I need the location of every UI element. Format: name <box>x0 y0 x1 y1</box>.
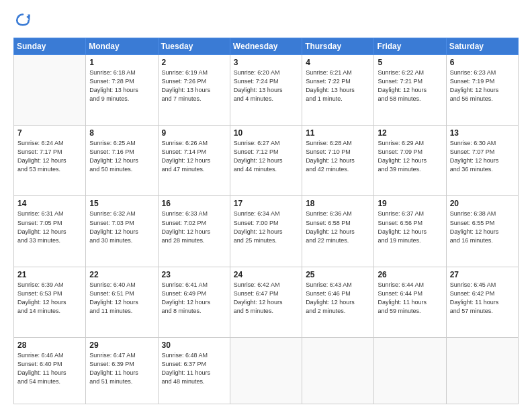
day-number: 19 <box>378 199 442 208</box>
calendar-cell: 4Sunrise: 6:21 AM Sunset: 7:22 PM Daylig… <box>302 55 374 126</box>
calendar-cell <box>302 337 374 404</box>
weekday-header: Wednesday <box>230 38 302 55</box>
day-info: Sunrise: 6:25 AM Sunset: 7:16 PM Dayligh… <box>89 139 154 174</box>
calendar-cell <box>374 337 446 404</box>
calendar-week-row: 28Sunrise: 6:46 AM Sunset: 6:40 PM Dayli… <box>14 337 519 404</box>
day-number: 9 <box>162 128 226 138</box>
calendar-cell: 24Sunrise: 6:42 AM Sunset: 6:47 PM Dayli… <box>230 267 302 337</box>
day-info: Sunrise: 6:48 AM Sunset: 6:37 PM Dayligh… <box>162 351 226 386</box>
calendar-cell: 29Sunrise: 6:47 AM Sunset: 6:39 PM Dayli… <box>86 337 158 404</box>
day-number: 15 <box>89 199 154 208</box>
day-info: Sunrise: 6:26 AM Sunset: 7:14 PM Dayligh… <box>162 139 226 174</box>
calendar-cell: 30Sunrise: 6:48 AM Sunset: 6:37 PM Dayli… <box>158 337 230 404</box>
calendar-week-row: 7Sunrise: 6:24 AM Sunset: 7:17 PM Daylig… <box>14 126 519 196</box>
day-number: 10 <box>234 128 298 138</box>
day-number: 20 <box>450 199 515 208</box>
weekday-header: Monday <box>86 38 158 55</box>
calendar-cell <box>14 55 86 126</box>
day-info: Sunrise: 6:44 AM Sunset: 6:44 PM Dayligh… <box>378 281 442 316</box>
day-info: Sunrise: 6:41 AM Sunset: 6:49 PM Dayligh… <box>162 281 226 316</box>
calendar-week-row: 21Sunrise: 6:39 AM Sunset: 6:53 PM Dayli… <box>14 267 519 337</box>
calendar-cell: 14Sunrise: 6:31 AM Sunset: 7:05 PM Dayli… <box>14 196 86 267</box>
day-number: 11 <box>306 128 370 138</box>
calendar-cell: 3Sunrise: 6:20 AM Sunset: 7:24 PM Daylig… <box>230 55 302 126</box>
calendar-week-row: 1Sunrise: 6:18 AM Sunset: 7:28 PM Daylig… <box>14 55 519 126</box>
calendar-cell: 6Sunrise: 6:23 AM Sunset: 7:19 PM Daylig… <box>446 55 518 126</box>
calendar-cell: 25Sunrise: 6:43 AM Sunset: 6:46 PM Dayli… <box>302 267 374 337</box>
day-number: 23 <box>162 270 226 279</box>
day-number: 17 <box>234 199 298 208</box>
calendar-cell: 17Sunrise: 6:34 AM Sunset: 7:00 PM Dayli… <box>230 196 302 267</box>
day-number: 27 <box>450 270 515 279</box>
day-info: Sunrise: 6:30 AM Sunset: 7:07 PM Dayligh… <box>450 139 515 174</box>
day-info: Sunrise: 6:33 AM Sunset: 7:02 PM Dayligh… <box>162 210 226 244</box>
calendar-cell: 10Sunrise: 6:27 AM Sunset: 7:12 PM Dayli… <box>230 126 302 196</box>
day-info: Sunrise: 6:45 AM Sunset: 6:42 PM Dayligh… <box>450 281 515 316</box>
day-info: Sunrise: 6:22 AM Sunset: 7:21 PM Dayligh… <box>378 68 442 103</box>
day-number: 8 <box>89 128 154 138</box>
day-info: Sunrise: 6:27 AM Sunset: 7:12 PM Dayligh… <box>234 139 298 174</box>
day-number: 26 <box>378 270 442 279</box>
day-number: 28 <box>17 340 82 350</box>
day-info: Sunrise: 6:19 AM Sunset: 7:26 PM Dayligh… <box>162 68 226 103</box>
day-number: 21 <box>17 270 82 279</box>
logo <box>13 12 35 31</box>
day-number: 6 <box>450 58 515 67</box>
calendar-cell: 20Sunrise: 6:38 AM Sunset: 6:55 PM Dayli… <box>446 196 518 267</box>
calendar-cell: 23Sunrise: 6:41 AM Sunset: 6:49 PM Dayli… <box>158 267 230 337</box>
day-number: 14 <box>17 199 82 208</box>
day-info: Sunrise: 6:40 AM Sunset: 6:51 PM Dayligh… <box>89 281 154 316</box>
calendar-cell: 19Sunrise: 6:37 AM Sunset: 6:56 PM Dayli… <box>374 196 446 267</box>
day-number: 25 <box>306 270 370 279</box>
logo-icon <box>13 12 32 31</box>
calendar-cell <box>230 337 302 404</box>
day-info: Sunrise: 6:18 AM Sunset: 7:28 PM Dayligh… <box>89 68 154 103</box>
calendar-cell: 27Sunrise: 6:45 AM Sunset: 6:42 PM Dayli… <box>446 267 518 337</box>
header <box>13 12 519 31</box>
calendar-week-row: 14Sunrise: 6:31 AM Sunset: 7:05 PM Dayli… <box>14 196 519 267</box>
day-info: Sunrise: 6:31 AM Sunset: 7:05 PM Dayligh… <box>17 210 82 244</box>
day-number: 1 <box>89 58 154 67</box>
day-info: Sunrise: 6:20 AM Sunset: 7:24 PM Dayligh… <box>234 68 298 103</box>
day-info: Sunrise: 6:23 AM Sunset: 7:19 PM Dayligh… <box>450 68 515 103</box>
day-info: Sunrise: 6:21 AM Sunset: 7:22 PM Dayligh… <box>306 68 370 103</box>
calendar-cell: 5Sunrise: 6:22 AM Sunset: 7:21 PM Daylig… <box>374 55 446 126</box>
weekday-header-row: SundayMondayTuesdayWednesdayThursdayFrid… <box>14 38 519 55</box>
day-info: Sunrise: 6:32 AM Sunset: 7:03 PM Dayligh… <box>89 210 154 244</box>
day-info: Sunrise: 6:43 AM Sunset: 6:46 PM Dayligh… <box>306 281 370 316</box>
weekday-header: Thursday <box>302 38 374 55</box>
weekday-header: Saturday <box>446 38 518 55</box>
day-number: 7 <box>17 128 82 138</box>
calendar-cell: 9Sunrise: 6:26 AM Sunset: 7:14 PM Daylig… <box>158 126 230 196</box>
calendar-cell: 8Sunrise: 6:25 AM Sunset: 7:16 PM Daylig… <box>86 126 158 196</box>
weekday-header: Tuesday <box>158 38 230 55</box>
calendar-cell: 7Sunrise: 6:24 AM Sunset: 7:17 PM Daylig… <box>14 126 86 196</box>
day-number: 3 <box>234 58 298 67</box>
day-number: 4 <box>306 58 370 67</box>
day-info: Sunrise: 6:24 AM Sunset: 7:17 PM Dayligh… <box>17 139 82 174</box>
day-number: 29 <box>89 340 154 350</box>
calendar-cell: 2Sunrise: 6:19 AM Sunset: 7:26 PM Daylig… <box>158 55 230 126</box>
day-number: 30 <box>162 340 226 350</box>
calendar-cell: 12Sunrise: 6:29 AM Sunset: 7:09 PM Dayli… <box>374 126 446 196</box>
calendar-cell: 21Sunrise: 6:39 AM Sunset: 6:53 PM Dayli… <box>14 267 86 337</box>
day-number: 5 <box>378 58 442 67</box>
calendar-cell: 28Sunrise: 6:46 AM Sunset: 6:40 PM Dayli… <box>14 337 86 404</box>
day-info: Sunrise: 6:36 AM Sunset: 6:58 PM Dayligh… <box>306 210 370 244</box>
calendar-cell: 22Sunrise: 6:40 AM Sunset: 6:51 PM Dayli… <box>86 267 158 337</box>
weekday-header: Sunday <box>14 38 86 55</box>
day-number: 12 <box>378 128 442 138</box>
day-info: Sunrise: 6:47 AM Sunset: 6:39 PM Dayligh… <box>89 351 154 386</box>
day-info: Sunrise: 6:38 AM Sunset: 6:55 PM Dayligh… <box>450 210 515 244</box>
day-info: Sunrise: 6:29 AM Sunset: 7:09 PM Dayligh… <box>378 139 442 174</box>
day-info: Sunrise: 6:34 AM Sunset: 7:00 PM Dayligh… <box>234 210 298 244</box>
day-info: Sunrise: 6:42 AM Sunset: 6:47 PM Dayligh… <box>234 281 298 316</box>
day-info: Sunrise: 6:28 AM Sunset: 7:10 PM Dayligh… <box>306 139 370 174</box>
calendar-cell: 16Sunrise: 6:33 AM Sunset: 7:02 PM Dayli… <box>158 196 230 267</box>
calendar-cell <box>446 337 518 404</box>
day-info: Sunrise: 6:37 AM Sunset: 6:56 PM Dayligh… <box>378 210 442 244</box>
day-number: 24 <box>234 270 298 279</box>
weekday-header: Friday <box>374 38 446 55</box>
day-number: 16 <box>162 199 226 208</box>
calendar-cell: 15Sunrise: 6:32 AM Sunset: 7:03 PM Dayli… <box>86 196 158 267</box>
